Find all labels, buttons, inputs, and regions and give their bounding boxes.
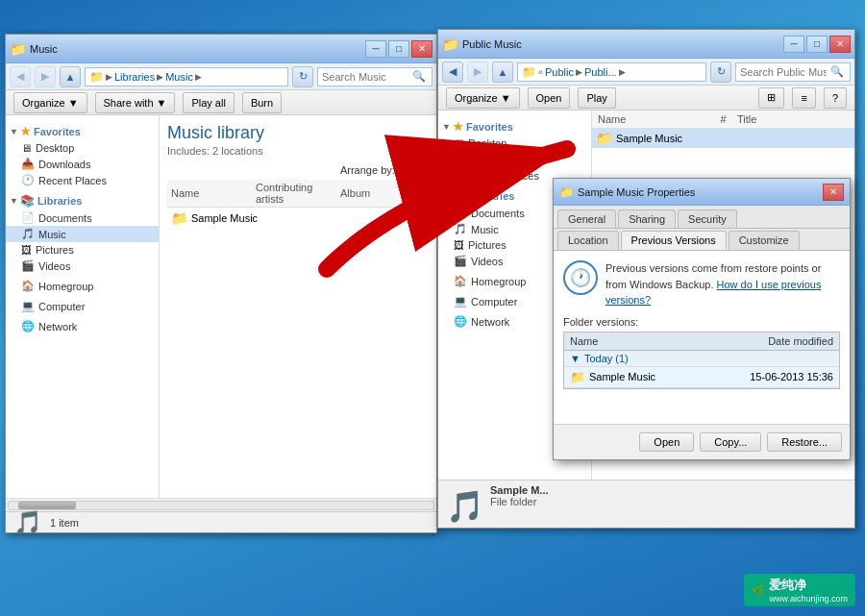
details-button-2[interactable]: ≡ — [792, 87, 815, 109]
maximize-button-2[interactable]: □ — [806, 36, 828, 53]
libraries-section-1: ▼ 📚 Libraries 📄 Documents 🎵 Music 🖼 Pict… — [6, 192, 159, 274]
address-path-1[interactable]: 📁 ▶ Libraries ▶ Music ▶ — [85, 67, 288, 86]
nav-network-1[interactable]: 🌐 Network — [6, 318, 159, 334]
arrange-label: Arrange by: — [340, 164, 395, 176]
prop-restore-button[interactable]: Restore... — [767, 432, 842, 452]
search-input-2[interactable] — [740, 66, 827, 78]
maximize-button-1[interactable]: □ — [388, 40, 409, 58]
back-button-1[interactable]: ◀ — [10, 66, 31, 87]
prop-col-date[interactable]: Date modified — [702, 335, 833, 347]
path-part-libraries[interactable]: Libraries — [114, 71, 155, 83]
dropdown-icon-1: ▼ — [68, 97, 79, 109]
prop-close-button[interactable]: ✕ — [823, 184, 844, 201]
col-name-2[interactable]: Name — [598, 113, 709, 125]
col-title[interactable]: Title — [737, 113, 849, 125]
prop-tab-general[interactable]: General — [557, 209, 616, 228]
col-artists[interactable]: Contributing artists — [256, 182, 340, 205]
homegroup-icon-1: 🏠 — [21, 280, 35, 292]
prop-tabs-row2: Location Previous Versions Customize — [554, 229, 850, 251]
prop-table-header: Name Date modified — [563, 332, 840, 350]
address-bar-2: ◀ ▶ ▲ 📁 « Public ▶ Publi... ▶ ↻ 🔍 — [438, 59, 854, 86]
col-album[interactable]: Album — [340, 187, 425, 199]
music-note-status-2: 🎵 — [446, 488, 484, 525]
play-button-2[interactable]: Play — [578, 87, 615, 109]
prop-title-bar: 📁 Sample Music Properties ✕ — [554, 179, 850, 206]
nav-computer-1[interactable]: 💻 Computer — [6, 298, 159, 314]
favorites-header-2[interactable]: ▼ ★ Favorites — [438, 118, 591, 136]
minimize-button-2[interactable]: ─ — [783, 36, 804, 53]
forward-button-2[interactable]: ▶ — [467, 62, 488, 83]
music-icon-nav-2: 🎵 — [454, 223, 467, 235]
recent-icon-2: 🕐 — [454, 169, 467, 182]
close-button-1[interactable]: ✕ — [411, 40, 432, 58]
nav-desktop-2[interactable]: 🖥 Desktop — [438, 136, 591, 151]
help-button-2[interactable]: ? — [824, 87, 847, 109]
nav-desktop-1[interactable]: 🖥 Desktop — [6, 140, 159, 156]
file-folder-icon-1: 📁 — [171, 210, 187, 226]
watermark: 🌿 爱纯净 www.aichunjing.com — [744, 574, 855, 606]
prop-copy-button[interactable]: Copy... — [700, 432, 761, 452]
col-hash[interactable]: # — [709, 113, 737, 125]
address-path-2[interactable]: 📁 « Public ▶ Publi... ▶ — [517, 62, 706, 82]
properties-dialog: 📁 Sample Music Properties ✕ General Shar… — [553, 178, 851, 460]
path-part-music[interactable]: Music — [165, 71, 193, 83]
search-box-2[interactable]: 🔍 — [735, 62, 851, 82]
dropdown-icon-2: ▼ — [157, 97, 167, 109]
search-box-1[interactable]: 🔍 — [317, 67, 432, 86]
file-row-1[interactable]: 📁 Sample Music — [167, 208, 429, 229]
prop-file-row-1[interactable]: 📁 Sample Music 15-06-2013 15:36 — [564, 367, 839, 388]
share-with-button[interactable]: Share with ▼ — [95, 92, 176, 113]
pictures-icon-1: 🖼 — [21, 244, 32, 256]
network-section-1: 🌐 Network — [6, 318, 159, 334]
libraries-header-1[interactable]: ▼ 📚 Libraries — [6, 192, 159, 209]
nav-recent-1[interactable]: 🕐 Recent Places — [6, 172, 159, 188]
burn-button[interactable]: Burn — [242, 92, 282, 113]
organize-button-1[interactable]: Organize ▼ — [13, 92, 87, 113]
arrange-value[interactable]: Folder — [399, 164, 429, 176]
prop-tab-customize[interactable]: Customize — [729, 231, 800, 250]
organize-button-2[interactable]: Organize ▼ — [446, 87, 520, 109]
prop-open-button[interactable]: Open — [639, 432, 694, 452]
close-button-2[interactable]: ✕ — [829, 36, 851, 53]
file-name-1: Sample Music — [191, 212, 266, 224]
search-input-1[interactable] — [322, 71, 408, 83]
nav-downloads-1[interactable]: 📥 Downloads — [6, 156, 159, 172]
hscroll-track-1 — [8, 501, 434, 510]
prop-group-today[interactable]: ▼ Today (1) — [564, 351, 839, 367]
pane-file-row-1[interactable]: 📁 Sample Music — [592, 129, 854, 148]
hscroll-thumb-1[interactable] — [18, 502, 76, 509]
prop-file-date: 15-06-2013 15:36 — [704, 371, 833, 382]
prop-tab-location[interactable]: Location — [557, 231, 619, 250]
nav-downloads-2[interactable]: 📥 Downloads — [438, 151, 591, 167]
back-button-2[interactable]: ◀ — [442, 62, 463, 83]
prop-file-name: Sample Music — [589, 371, 655, 382]
col-name-1[interactable]: Name — [171, 187, 256, 199]
favorites-header[interactable]: ▼ ★ Favorites — [6, 123, 159, 140]
nav-pictures-1[interactable]: 🖼 Pictures — [6, 242, 159, 258]
status-text-1: 1 item — [50, 517, 79, 529]
refresh-button-2[interactable]: ↻ — [710, 62, 731, 83]
nav-homegroup-1[interactable]: 🏠 Homegroup — [6, 278, 159, 294]
prop-tab-security[interactable]: Security — [678, 209, 737, 228]
minimize-button-1[interactable]: ─ — [365, 40, 386, 58]
play-all-button[interactable]: Play all — [183, 92, 234, 113]
nav-music-1[interactable]: 🎵 Music — [6, 226, 159, 242]
up-button-1[interactable]: ▲ — [60, 66, 81, 87]
prop-tab-prev-versions[interactable]: Previous Versions — [621, 231, 727, 250]
hscroll-1[interactable] — [6, 498, 436, 511]
view-button-2[interactable]: ⊞ — [758, 87, 784, 109]
nav-documents-1[interactable]: 📄 Documents — [6, 209, 159, 226]
prop-section-title: Folder versions: — [563, 316, 840, 328]
prop-info-row: 🕐 Previous versions come from restore po… — [563, 260, 840, 308]
prop-tab-sharing[interactable]: Sharing — [618, 209, 676, 228]
path-part-public[interactable]: Public — [545, 66, 574, 78]
path-part-publi[interactable]: Publi... — [584, 66, 617, 78]
nav-videos-1[interactable]: 🎬 Videos — [6, 258, 159, 274]
forward-button-1[interactable]: ▶ — [35, 66, 56, 87]
prop-col-name[interactable]: Name — [570, 335, 702, 347]
prop-title-text: 📁 Sample Music Properties — [559, 185, 695, 199]
open-button-2[interactable]: Open — [528, 87, 571, 109]
up-button-2[interactable]: ▲ — [492, 62, 513, 83]
prop-buttons: Open Copy... Restore... — [554, 424, 850, 459]
refresh-button-1[interactable]: ↻ — [292, 66, 313, 87]
